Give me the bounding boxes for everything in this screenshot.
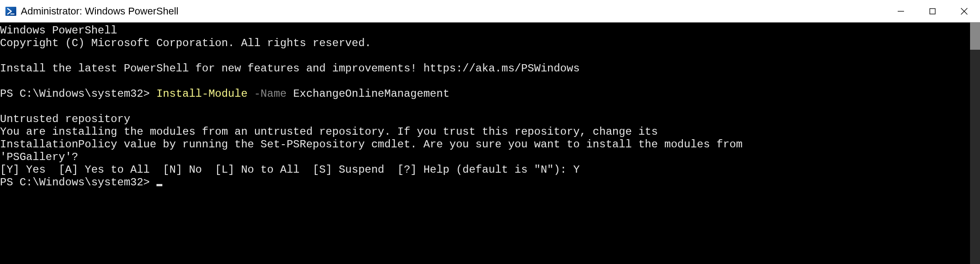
- window-title: Administrator: Windows PowerShell: [21, 5, 178, 17]
- maximize-button[interactable]: [917, 0, 948, 22]
- terminal-container: Windows PowerShell Copyright (C) Microso…: [0, 23, 980, 264]
- cmd-argument: ExchangeOnlineManagement: [293, 88, 450, 100]
- close-button[interactable]: [948, 0, 980, 22]
- warning-line: You are installing the modules from an u…: [0, 126, 658, 138]
- vertical-scrollbar[interactable]: [970, 23, 980, 264]
- cmd-parameter: -Name: [254, 88, 293, 100]
- prompt-text: PS C:\Windows\system32>: [0, 88, 156, 100]
- terminal-output[interactable]: Windows PowerShell Copyright (C) Microso…: [0, 23, 970, 264]
- warning-line: InstallationPolicy value by running the …: [0, 138, 743, 151]
- titlebar: Administrator: Windows PowerShell: [0, 0, 980, 23]
- scroll-thumb[interactable]: [970, 23, 980, 50]
- output-line: Copyright (C) Microsoft Corporation. All…: [0, 37, 371, 49]
- cmdlet-name: Install-Module: [156, 88, 254, 100]
- warning-line: 'PSGallery'?: [0, 151, 78, 163]
- minimize-button[interactable]: [885, 0, 917, 22]
- prompt-text: PS C:\Windows\system32>: [0, 176, 156, 189]
- output-line: Windows PowerShell: [0, 24, 117, 37]
- output-line: Install the latest PowerShell for new fe…: [0, 62, 580, 75]
- cursor: [156, 184, 162, 186]
- window-controls: [885, 0, 980, 22]
- prompt-options: [Y] Yes [A] Yes to All [N] No [L] No to …: [0, 164, 580, 176]
- titlebar-left: Administrator: Windows PowerShell: [0, 5, 178, 17]
- svg-rect-4: [930, 9, 935, 14]
- warning-title: Untrusted repository: [0, 113, 130, 125]
- powershell-icon: [5, 6, 16, 17]
